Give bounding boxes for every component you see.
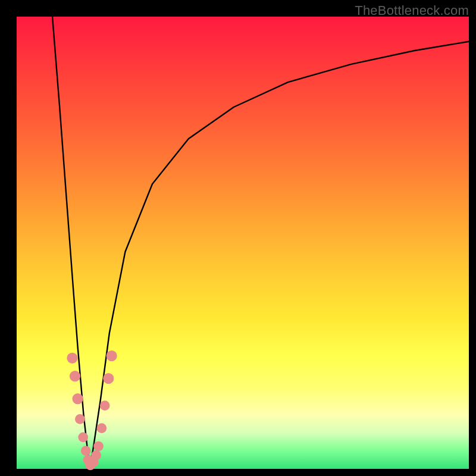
sample-point [91,450,101,461]
sample-point [97,423,107,433]
curve-right-branch [90,42,469,469]
sample-point [100,400,110,411]
sample-point [93,441,104,452]
watermark-text: TheBottleneck.com [355,3,469,18]
chart-svg [17,17,469,469]
sample-point [70,371,80,381]
sample-point [67,353,77,364]
sample-point [72,393,83,404]
curve-left-branch [52,17,90,469]
chart-frame: TheBottleneck.com [0,0,476,476]
sample-point [75,414,85,424]
sample-point [81,446,91,456]
sample-point [106,350,117,361]
sample-point [78,432,88,442]
plot-area [17,17,469,469]
sample-point [103,373,114,384]
